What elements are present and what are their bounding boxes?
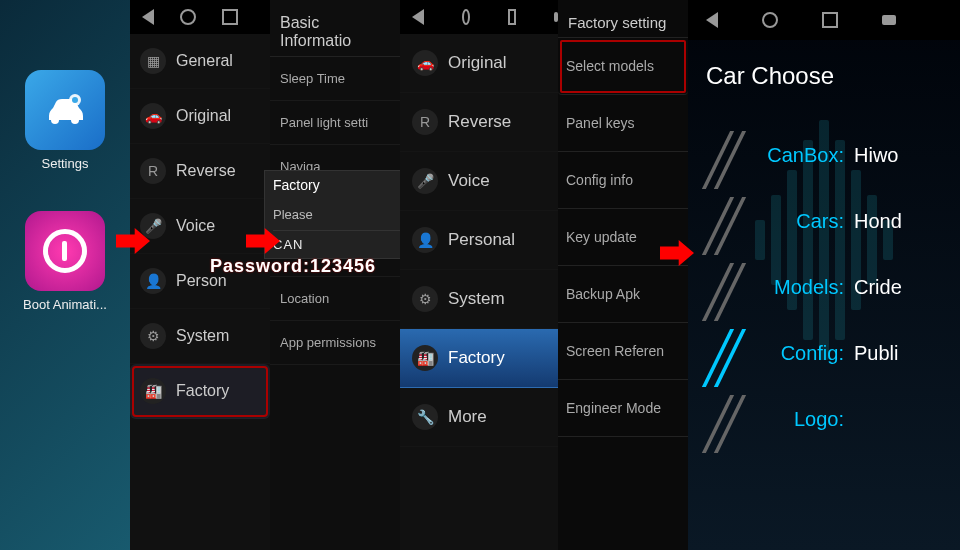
menu-label: Voice xyxy=(448,171,490,191)
password-annotation: Password:123456 xyxy=(210,256,376,277)
password-dialog: Factory Please CAN xyxy=(264,170,414,259)
menu-personal[interactable]: 👤Personal xyxy=(400,211,558,270)
row-models[interactable]: Models:Cride xyxy=(710,262,960,312)
factory-settings-panel: Factory setting Select models Panel keys… xyxy=(558,0,688,550)
row-value: Hiwo xyxy=(854,144,898,167)
settings-icon xyxy=(25,70,105,150)
svg-point-0 xyxy=(51,116,59,124)
menu-reverse[interactable]: RReverse xyxy=(400,93,558,152)
row-logo[interactable]: Logo: xyxy=(710,394,960,444)
menu-label: General xyxy=(176,52,233,70)
menu-label: System xyxy=(176,327,229,345)
recents-icon[interactable] xyxy=(822,12,838,28)
home-icon[interactable] xyxy=(762,12,778,28)
row-location[interactable]: Location xyxy=(270,277,400,321)
settings-menu: ▦General 🚗Original RReverse 🎤Voice 👤Pers… xyxy=(130,34,270,419)
slash-icon xyxy=(710,263,756,311)
menu-original[interactable]: 🚗Original xyxy=(400,34,558,93)
factory-icon: 🏭 xyxy=(412,345,438,371)
menu-general[interactable]: ▦General xyxy=(130,34,270,89)
car-config-list: CanBox:Hiwo Cars:Hond Models:Cride Confi… xyxy=(688,100,960,444)
slash-icon xyxy=(710,197,756,245)
car-choose-panel: Car Choose CanBox:Hiwo Cars:Hond Models:… xyxy=(688,0,960,550)
row-config[interactable]: Config:Publi xyxy=(710,328,960,378)
mic-icon: 🎤 xyxy=(140,213,166,239)
row-select-models[interactable]: Select models xyxy=(558,38,688,95)
row-key: Models: xyxy=(760,276,844,299)
menu-reverse[interactable]: RReverse xyxy=(130,144,270,199)
row-engineer-mode[interactable]: Engineer Mode xyxy=(558,380,688,437)
home-icon[interactable] xyxy=(180,9,196,25)
slash-icon xyxy=(710,395,756,443)
menu-voice[interactable]: 🎤Voice xyxy=(400,152,558,211)
menu-factory[interactable]: 🏭Factory xyxy=(130,364,270,419)
row-screen-reference[interactable]: Screen Referen xyxy=(558,323,688,380)
home-icon[interactable] xyxy=(462,9,470,25)
back-icon[interactable] xyxy=(706,12,718,28)
panel-header: Basic Informatio xyxy=(270,0,400,57)
person-icon: 👤 xyxy=(140,268,166,294)
settings-label: Settings xyxy=(42,156,89,171)
r-icon: R xyxy=(412,109,438,135)
settings-app[interactable]: Settings xyxy=(25,70,105,171)
settings-menu-panel-2: 🚗Original RReverse 🎤Voice 👤Personal ⚙Sys… xyxy=(400,0,558,550)
boot-animation-app[interactable]: Boot Animati... xyxy=(23,211,107,312)
home-panel: Settings Boot Animati... xyxy=(0,0,130,550)
status-bar xyxy=(130,0,270,34)
row-value: Publi xyxy=(854,342,898,365)
row-key: Config: xyxy=(760,342,844,365)
row-value: Cride xyxy=(854,276,902,299)
svg-point-1 xyxy=(71,116,79,124)
panel-header: Factory setting xyxy=(558,0,688,38)
row-value: Hond xyxy=(854,210,902,233)
cancel-button[interactable]: CAN xyxy=(273,230,405,252)
factory-icon: 🏭 xyxy=(140,378,166,404)
menu-original[interactable]: 🚗Original xyxy=(130,89,270,144)
gear-icon: ⚙ xyxy=(412,286,438,312)
row-panel-light[interactable]: Panel light setti xyxy=(270,101,400,145)
menu-label: Original xyxy=(448,53,507,73)
page-title: Car Choose xyxy=(688,40,960,100)
dialog-title: Factory xyxy=(273,177,405,193)
row-key: Cars: xyxy=(760,210,844,233)
power-icon xyxy=(25,211,105,291)
row-key: Logo: xyxy=(760,408,844,431)
row-cars[interactable]: Cars:Hond xyxy=(710,196,960,246)
row-panel-keys[interactable]: Panel keys xyxy=(558,95,688,152)
back-icon[interactable] xyxy=(142,9,154,25)
settings-menu: 🚗Original RReverse 🎤Voice 👤Personal ⚙Sys… xyxy=(400,34,558,447)
person-icon: 👤 xyxy=(412,227,438,253)
recents-icon[interactable] xyxy=(508,9,516,25)
row-canbox[interactable]: CanBox:Hiwo xyxy=(710,130,960,180)
r-icon: R xyxy=(140,158,166,184)
boot-animation-label: Boot Animati... xyxy=(23,297,107,312)
menu-factory[interactable]: 🏭Factory xyxy=(400,329,558,388)
menu-system[interactable]: ⚙System xyxy=(400,270,558,329)
menu-label: More xyxy=(448,407,487,427)
car-icon: 🚗 xyxy=(140,103,166,129)
grid-icon: ▦ xyxy=(140,48,166,74)
row-sleep-time[interactable]: Sleep Time xyxy=(270,57,400,101)
row-backup-apk[interactable]: Backup Apk xyxy=(558,266,688,323)
menu-label: Personal xyxy=(448,230,515,250)
menu-system[interactable]: ⚙System xyxy=(130,309,270,364)
row-app-permissions[interactable]: App permissions xyxy=(270,321,400,365)
menu-label: System xyxy=(448,289,505,309)
car-icon: 🚗 xyxy=(412,50,438,76)
svg-point-3 xyxy=(72,97,78,103)
menu-label: Original xyxy=(176,107,231,125)
menu-more[interactable]: 🔧More xyxy=(400,388,558,447)
menu-label: Voice xyxy=(176,217,215,235)
basic-info-panel: Basic Informatio Sleep Time Panel light … xyxy=(270,0,400,550)
status-bar xyxy=(400,0,558,34)
recents-icon[interactable] xyxy=(222,9,238,25)
screenshot-icon[interactable] xyxy=(882,15,896,25)
back-icon[interactable] xyxy=(412,9,424,25)
row-config-info[interactable]: Config info xyxy=(558,152,688,209)
menu-label: Reverse xyxy=(176,162,236,180)
slash-icon xyxy=(710,131,756,179)
gear-icon: ⚙ xyxy=(140,323,166,349)
menu-label: Factory xyxy=(448,348,505,368)
slash-icon xyxy=(710,329,756,377)
menu-label: Reverse xyxy=(448,112,511,132)
